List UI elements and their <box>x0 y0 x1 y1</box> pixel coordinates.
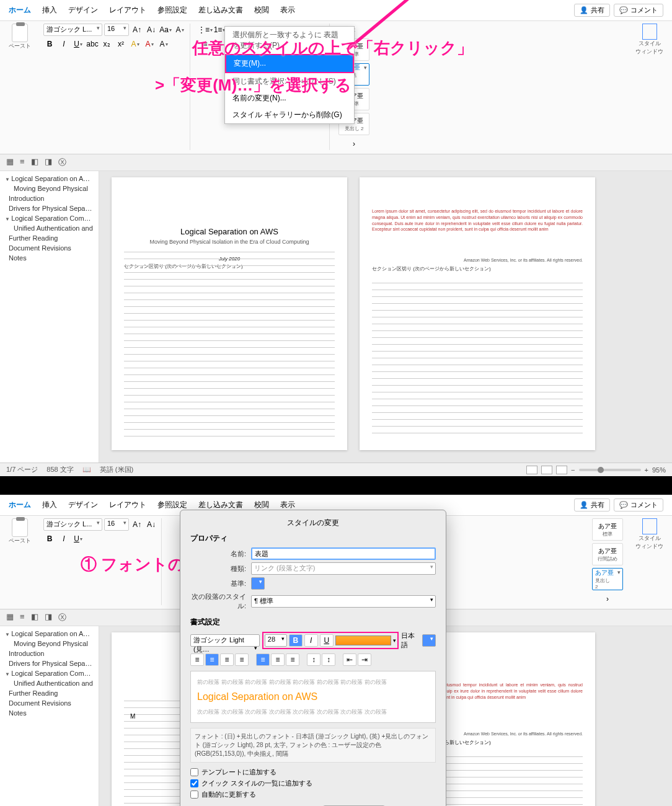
menu-mail[interactable]: 差し込み文書 <box>198 500 243 510</box>
dlg-underline-button[interactable]: U <box>320 634 334 647</box>
font-color-button[interactable]: A <box>143 38 156 50</box>
language[interactable]: 英語 (米国) <box>100 465 133 474</box>
subscript-button[interactable]: x₂ <box>100 38 113 50</box>
bold-button[interactable]: B <box>43 38 56 50</box>
style-item[interactable]: あア亜標準 <box>592 518 623 541</box>
toc-item[interactable]: Document Revisions <box>0 698 99 708</box>
share-button[interactable]: 👤共有 <box>574 4 610 17</box>
menu-review[interactable]: 校閲 <box>254 500 269 510</box>
toc-item[interactable]: Logical Separation Compared to <box>0 668 99 678</box>
italic-button[interactable]: I <box>58 38 70 50</box>
style-item[interactable]: あア亜見出し 2 <box>592 568 623 590</box>
align-j[interactable]: ≡ <box>235 653 249 666</box>
italic-button[interactable]: I <box>58 533 70 545</box>
menu-insert[interactable]: 挿入 <box>42 500 57 510</box>
menu-ref[interactable]: 参照設定 <box>157 500 187 510</box>
align-c[interactable]: ≡ <box>205 653 219 666</box>
next-select[interactable]: ¶ 標準 <box>251 595 436 608</box>
dlg-italic-button[interactable]: I <box>304 634 318 647</box>
toc-item[interactable]: Logical Separation Compared to <box>0 213 99 223</box>
dlg-size-select[interactable]: 28 <box>265 634 287 647</box>
spellcheck-icon[interactable]: 📖 <box>82 466 91 474</box>
menu-mail[interactable]: 差し込み文書 <box>198 5 243 16</box>
zoom-in[interactable]: + <box>645 466 648 474</box>
underline-button[interactable]: U <box>72 38 84 50</box>
spacing-2[interactable]: ≡ <box>271 653 285 666</box>
outline-icon[interactable]: ≡ <box>20 157 25 168</box>
superscript-button[interactable]: x² <box>115 38 127 50</box>
spacing-3[interactable]: ≡ <box>286 653 299 666</box>
numbering-button[interactable]: 1≡ <box>213 24 226 36</box>
zoom-out[interactable]: − <box>571 466 575 474</box>
dlg-font-select[interactable]: 游ゴシック Light (見… <box>190 634 260 647</box>
ctx-remove[interactable]: スタイル ギャラリーから削除(G) <box>225 107 354 123</box>
toc-item[interactable]: Drivers for Physical Separation <box>0 203 99 213</box>
indent-dec[interactable]: ⇤ <box>343 653 356 666</box>
menu-review[interactable]: 校閲 <box>254 5 269 16</box>
toc-item[interactable]: Drivers for Physical Separation <box>0 658 99 668</box>
menu-design[interactable]: デザイン <box>68 500 98 510</box>
toc-item[interactable]: Introduction <box>0 193 99 203</box>
nav-icon-4[interactable]: ◨ <box>45 612 52 623</box>
share-button[interactable]: 👤共有 <box>574 498 610 512</box>
close-nav-icon[interactable]: ⓧ <box>58 157 66 168</box>
nav-icon-3[interactable]: ◧ <box>31 612 38 623</box>
clear-format-icon[interactable]: A <box>174 24 186 36</box>
thumbnail-icon[interactable]: ▦ <box>6 157 14 168</box>
paste-button[interactable]: ペースト <box>5 24 35 150</box>
spacing-1[interactable]: ≡ <box>256 653 270 666</box>
style-pane-button[interactable]: スタイル ウィンドウ <box>632 24 667 150</box>
zoom-level[interactable]: 95% <box>652 466 666 474</box>
style-item[interactable]: あア亜行間詰め <box>592 543 623 565</box>
base-select[interactable] <box>251 577 265 590</box>
grow-font-icon[interactable]: A↑ <box>131 24 143 36</box>
align-r[interactable]: ≡ <box>220 653 234 666</box>
bullets-button[interactable]: ⋮≡ <box>199 24 211 36</box>
menu-home[interactable]: ホーム <box>9 500 31 510</box>
style-pane-button[interactable]: スタイル ウィンドウ <box>632 518 667 605</box>
strike-button[interactable]: abc <box>86 38 99 50</box>
bold-button[interactable]: B <box>43 533 56 545</box>
highlight-button[interactable]: A <box>129 38 141 50</box>
web-layout-icon[interactable] <box>556 466 567 474</box>
menu-layout[interactable]: レイアウト <box>109 500 146 510</box>
toc-item[interactable]: Logical Separation on AWS <box>0 174 99 184</box>
comment-button[interactable]: 💬コメント <box>614 498 663 512</box>
menu-view[interactable]: 表示 <box>280 5 295 16</box>
text-effect-button[interactable]: A <box>157 38 170 50</box>
chk-quick[interactable]: クイック スタイルの一覧に追加する <box>190 779 436 788</box>
chk-template[interactable]: テンプレートに追加する <box>190 768 436 777</box>
comment-button[interactable]: 💬コメント <box>614 4 663 17</box>
menu-ref[interactable]: 参照設定 <box>157 5 187 16</box>
paste-button[interactable]: ペースト <box>5 518 35 605</box>
dlg-bold-button[interactable]: B <box>289 634 303 647</box>
indent-inc[interactable]: ⇥ <box>358 653 371 666</box>
underline-button[interactable]: U <box>72 533 84 545</box>
toc-item[interactable]: Logical Separation on AWS <box>0 629 99 639</box>
close-nav-icon[interactable]: ⓧ <box>58 612 66 623</box>
gallery-next-icon[interactable]: › <box>348 138 360 150</box>
space-before[interactable]: ↕ <box>307 653 321 666</box>
toc-item[interactable]: Notes <box>0 708 99 718</box>
change-case-icon[interactable]: Aa <box>159 24 172 36</box>
align-l[interactable]: ≡ <box>190 653 204 666</box>
grow-font-icon[interactable]: A↑ <box>131 518 143 531</box>
toc-item[interactable]: Further Reading <box>0 688 99 698</box>
lang-select[interactable] <box>422 634 436 647</box>
menu-home[interactable]: ホーム <box>9 5 31 16</box>
toc-item[interactable]: Introduction <box>0 649 99 658</box>
nav-icon-4[interactable]: ◨ <box>45 157 52 168</box>
print-layout-icon[interactable] <box>541 466 552 474</box>
space-after[interactable]: ↕ <box>322 653 335 666</box>
size-select[interactable]: 16 <box>104 24 129 36</box>
dlg-color-select[interactable] <box>335 636 391 645</box>
menu-insert[interactable]: 挿入 <box>42 5 57 16</box>
nav-icon-3[interactable]: ◧ <box>31 157 38 168</box>
focus-mode-icon[interactable] <box>526 466 537 474</box>
toc-item[interactable]: Moving Beyond Physical <box>0 639 99 649</box>
font-select[interactable]: 游ゴシック L... <box>43 518 102 531</box>
name-input[interactable] <box>251 547 436 560</box>
shrink-font-icon[interactable]: A↓ <box>145 24 157 36</box>
size-select[interactable]: 16 <box>104 518 129 531</box>
chk-auto[interactable]: 自動的に更新する <box>190 790 436 799</box>
